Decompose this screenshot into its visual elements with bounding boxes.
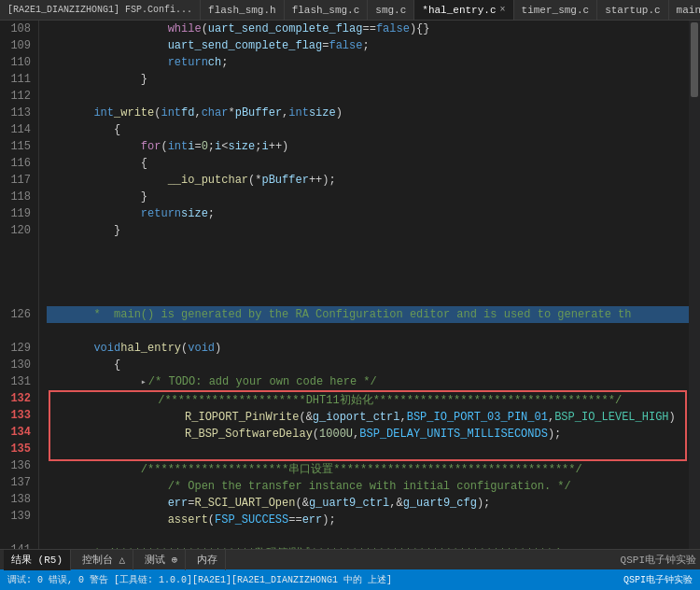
code-line-115: for(int i=0;i<size;i++) [47,138,689,155]
status-bar-left: 调试: 0 错误, 0 警告 [工具链: 1.0.0][RA2E1][RA2E1… [7,573,392,586]
code-line-111: } [47,71,689,88]
tab-flash-c[interactable]: flash_smg.c [285,0,369,21]
tab-flash-h[interactable]: flash_smg.h [201,0,285,21]
status-bar-right: QSPI电子钟实验 [623,573,693,586]
code-line-empty2 [47,256,689,273]
code-line-120: } [47,222,689,239]
code-line-129: void hal_entry(void) [47,340,689,357]
code-line-126: * main() is generated by the RA Configur… [47,306,689,323]
code-line-134: R_BSP_SoftwareDelay(1000U, BSP_DELAY_UNI… [50,426,685,442]
code-line-118: } [47,189,689,205]
code-line-empty1 [47,239,689,256]
bottom-tabs: 结果 (R5) 控制台 △ 测试 ⊕ 内存 QSPI电子钟实验 [0,549,700,569]
tab-results[interactable]: 结果 (R5) [4,550,71,570]
code-area[interactable]: while(uart_send_complete_flag == false){… [39,21,689,549]
tab-project[interactable]: [RA2E1_DIANZIZHONG1] FSP.Confi... [0,0,201,21]
tab-smg[interactable]: smg.c [368,0,414,21]
tab-bar[interactable]: [RA2E1_DIANZIZHONG1] FSP.Confi... flash_… [0,0,700,21]
code-line-135 [50,442,685,459]
code-line-114: { [47,121,689,138]
scrollbar-thumb[interactable] [691,22,698,97]
code-line-empty4 [47,289,689,306]
code-line-119: return size; [47,205,689,222]
tab-memory[interactable]: 内存 [189,550,226,570]
code-line-gap1 [47,323,689,340]
code-line-141: * /*********************数码管测试***********… [47,545,689,549]
code-line-112 [47,88,689,105]
tab-hal-entry-active[interactable]: *hal_entry.c × [414,0,513,21]
red-box-section: /*********************DHT11初始化**********… [49,390,687,461]
line-numbers: 108 109 110 111 112 113 114 115 116 117 … [0,21,39,549]
code-line-139: assert(FSP_SUCCESS == err); [47,512,689,528]
scrollbar[interactable] [689,21,700,549]
status-bar: 调试: 0 错误, 0 警告 [工具链: 1.0.0][RA2E1][RA2E1… [0,569,700,590]
code-line-130: { [47,357,689,373]
status-debug-text: 调试: 0 错误, 0 警告 [工具链: 1.0.0][RA2E1][RA2E1… [7,573,392,586]
code-line-113: int _write(int fd,char *pBuffer,int size… [47,105,689,121]
editor-container: 108 109 110 111 112 113 114 115 116 117 … [0,21,700,549]
tab-main[interactable]: main.c [669,0,700,21]
status-project: QSPI电子钟实验 [623,573,693,586]
code-line-empty5 [47,528,689,545]
code-line-110: return ch; [47,54,689,71]
code-line-117: __io_putchar(*pBuffer++); [47,172,689,189]
code-line-empty3 [47,273,689,289]
tab-test[interactable]: 测试 ⊕ [137,550,186,570]
tab-timer[interactable]: timer_smg.c [514,0,598,21]
bottom-right-label: QSPI电子钟实验 [621,553,696,567]
tab-startup[interactable]: startup.c [597,0,668,21]
tab-close-icon[interactable]: × [500,5,506,15]
tab-console[interactable]: 控制台 △ [75,550,133,570]
